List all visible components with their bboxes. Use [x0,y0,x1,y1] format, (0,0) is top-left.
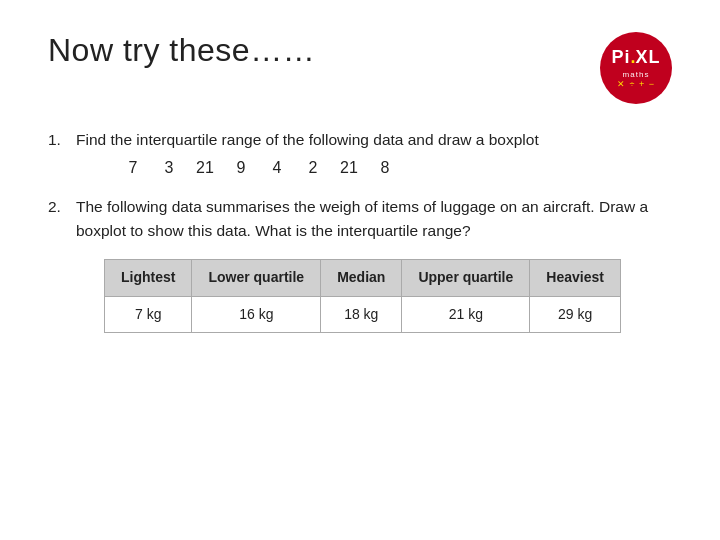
page: Now try these…… Pi.XL maths ✕ ÷ + − 1. F… [0,0,720,540]
col-median: Median [321,259,402,296]
data-val-4: 9 [232,156,250,181]
cell-upper-quartile: 21 kg [402,296,530,333]
logo-icons: ✕ ÷ + − [617,79,655,89]
header: Now try these…… Pi.XL maths ✕ ÷ + − [48,32,672,104]
content: 1. Find the interquartile range of the f… [48,128,672,333]
data-val-3: 21 [196,156,214,181]
cell-lightest: 7 kg [105,296,192,333]
col-upper-quartile: Upper quartile [402,259,530,296]
item-1: 1. Find the interquartile range of the f… [48,128,672,181]
logo-sub: maths [623,70,650,79]
cell-lower-quartile: 16 kg [192,296,321,333]
col-lower-quartile: Lower quartile [192,259,321,296]
data-sequence: 7 3 21 9 4 2 21 8 [124,156,672,181]
cell-median: 18 kg [321,296,402,333]
logo-pi: Pi [611,47,630,68]
col-lightest: Lightest [105,259,192,296]
data-val-1: 7 [124,156,142,181]
item-2-text: The following data summarises the weigh … [76,198,648,239]
data-val-5: 4 [268,156,286,181]
logo: Pi.XL maths ✕ ÷ + − [600,32,672,104]
data-table: Lightest Lower quartile Median Upper qua… [104,259,621,333]
table-row: 7 kg 16 kg 18 kg 21 kg 29 kg [105,296,621,333]
item-1-number: 1. [48,128,76,152]
item-2-body: The following data summarises the weigh … [76,195,672,333]
data-val-2: 3 [160,156,178,181]
table-wrap: Lightest Lower quartile Median Upper qua… [104,259,672,333]
logo-circle: Pi.XL maths ✕ ÷ + − [600,32,672,104]
table-header-row: Lightest Lower quartile Median Upper qua… [105,259,621,296]
data-val-8: 8 [376,156,394,181]
page-title: Now try these…… [48,32,315,69]
cell-heaviest: 29 kg [530,296,621,333]
data-val-7: 21 [340,156,358,181]
item-1-text: Find the interquartile range of the foll… [76,131,539,148]
data-val-6: 2 [304,156,322,181]
item-2-number: 2. [48,195,76,219]
logo-xl: XL [636,47,661,68]
item-2: 2. The following data summarises the wei… [48,195,672,333]
col-heaviest: Heaviest [530,259,621,296]
item-1-body: Find the interquartile range of the foll… [76,128,672,181]
